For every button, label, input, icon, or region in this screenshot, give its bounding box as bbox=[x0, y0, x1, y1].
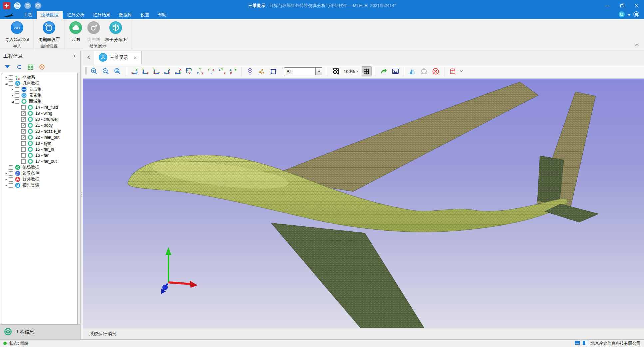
tree-item[interactable]: 流场数据 bbox=[2, 164, 77, 170]
tree-item-checkbox[interactable] bbox=[9, 177, 13, 182]
snapshot-button[interactable] bbox=[390, 66, 400, 76]
undo-icon[interactable] bbox=[24, 2, 31, 9]
tree-expand-icon[interactable]: ▸ bbox=[10, 88, 15, 91]
tree-item[interactable]: ▸红外数据 bbox=[2, 176, 77, 182]
tree-item-checkbox[interactable] bbox=[15, 87, 19, 92]
view-orientation-button-6[interactable]: ZYX bbox=[185, 67, 193, 76]
layout-split-icon[interactable] bbox=[583, 341, 588, 346]
tree-expand-icon[interactable]: ▸ bbox=[4, 184, 9, 187]
tree-item-checkbox[interactable] bbox=[15, 99, 19, 104]
project-info-dock-tab[interactable]: 工程信息 bbox=[0, 324, 80, 339]
tree-item[interactable]: ◢几何数据 bbox=[2, 80, 77, 86]
redo-icon[interactable] bbox=[35, 2, 41, 9]
panel-collapse-button[interactable] bbox=[72, 54, 77, 58]
help-book-icon[interactable] bbox=[633, 11, 639, 19]
ribbon-button[interactable]: 周期面设置 bbox=[36, 21, 62, 43]
tab-3d-display[interactable]: 三维显示 ✕ bbox=[94, 51, 142, 64]
tree-item[interactable]: ▸报告资源 bbox=[2, 182, 77, 188]
toolbar-grip[interactable] bbox=[85, 66, 87, 76]
tree-item-checkbox[interactable] bbox=[21, 117, 26, 122]
close-button[interactable] bbox=[629, 0, 644, 11]
tree-item[interactable]: 21 - body bbox=[2, 122, 77, 128]
ribbon-button[interactable]: 云图 bbox=[67, 21, 85, 43]
grid-view-icon[interactable] bbox=[28, 64, 33, 70]
tree-item-checkbox[interactable] bbox=[21, 153, 26, 158]
tree-item-checkbox[interactable] bbox=[21, 141, 26, 146]
ribbon-collapse-icon[interactable] bbox=[634, 42, 639, 48]
archive-button[interactable] bbox=[448, 66, 458, 76]
tree-item-checkbox[interactable] bbox=[21, 135, 26, 140]
tree-item[interactable]: 16 - far bbox=[2, 152, 77, 158]
opacity-checker-icon[interactable] bbox=[331, 66, 341, 76]
maximize-button[interactable] bbox=[615, 0, 629, 11]
tree-item-checkbox[interactable] bbox=[21, 111, 26, 116]
tree-item[interactable]: ▸元素集 bbox=[2, 92, 77, 98]
tree-item[interactable]: 17 - far_out bbox=[2, 158, 77, 164]
particle-trace-button[interactable] bbox=[257, 66, 267, 76]
menu-item[interactable]: 流场数据 bbox=[37, 11, 63, 19]
view-orientation-button-5[interactable]: XzY bbox=[174, 67, 182, 76]
tree-item-checkbox[interactable] bbox=[21, 129, 26, 134]
view-orientation-button-2[interactable]: Yzx bbox=[141, 67, 150, 76]
display-filter-combobox[interactable]: All bbox=[284, 67, 322, 75]
tab-scroll-left-button[interactable] bbox=[83, 55, 94, 60]
zoom-out-button[interactable] bbox=[101, 66, 111, 76]
app-icon[interactable] bbox=[3, 2, 10, 9]
new-file-icon[interactable] bbox=[14, 2, 21, 9]
menu-item[interactable]: 数据库 bbox=[115, 11, 136, 19]
list-view-icon[interactable] bbox=[16, 64, 22, 70]
tree-item-checkbox[interactable] bbox=[9, 171, 13, 176]
tree-item[interactable]: ▸节点集 bbox=[2, 86, 77, 92]
tree-expand-icon[interactable]: ▸ bbox=[4, 178, 9, 181]
tree-item-checkbox[interactable] bbox=[9, 165, 13, 170]
title-dropdown-caret-icon[interactable] bbox=[628, 14, 630, 16]
view-orientation-button-8[interactable]: Yxz bbox=[207, 67, 215, 76]
view-orientation-button-4[interactable]: YzX bbox=[163, 67, 171, 76]
tree-item[interactable]: ▸zx坐标系 bbox=[2, 74, 77, 80]
view-orientation-button-7[interactable]: Yzx bbox=[196, 67, 204, 76]
tab-close-icon[interactable]: ✕ bbox=[133, 56, 137, 60]
zoom-in-button[interactable] bbox=[89, 66, 99, 76]
menu-item[interactable]: 设置 bbox=[136, 11, 154, 19]
tree-expand-icon[interactable]: ◢ bbox=[10, 100, 15, 103]
menu-item[interactable]: 红外分析 bbox=[63, 11, 89, 19]
viewport-3d[interactable] bbox=[83, 79, 644, 328]
tree-expand-icon[interactable]: ▸ bbox=[10, 94, 15, 97]
cancel-button[interactable] bbox=[431, 66, 441, 76]
zoom-fit-button[interactable] bbox=[112, 66, 122, 76]
ribbon-button[interactable]: 粒子分布图 bbox=[103, 21, 129, 43]
menu-item[interactable]: 帮助 bbox=[154, 11, 171, 19]
view-orientation-button-10[interactable]: zxY bbox=[229, 67, 237, 76]
tree-item[interactable]: 23 - nozzle_in bbox=[2, 128, 77, 134]
probe-camera-button[interactable] bbox=[245, 66, 255, 76]
menu-item[interactable]: 红外结果 bbox=[89, 11, 115, 19]
ribbon-button[interactable]: 切面图 bbox=[85, 21, 103, 43]
tree-item[interactable]: 22 - inlet_out bbox=[2, 134, 77, 140]
tree-item-checkbox[interactable] bbox=[9, 183, 13, 188]
display-filter-value[interactable]: All bbox=[284, 67, 315, 75]
tree-item[interactable]: ◢面域集 bbox=[2, 98, 77, 104]
tree-item-checkbox[interactable] bbox=[9, 81, 13, 86]
locate-target-icon[interactable] bbox=[39, 64, 45, 70]
tree-item[interactable]: 14 - int_fluid bbox=[2, 104, 77, 110]
tree-item-checkbox[interactable] bbox=[9, 75, 13, 80]
export-view-button[interactable] bbox=[379, 66, 389, 76]
tree-item[interactable]: ▸边界条件 bbox=[2, 170, 77, 176]
tree-expand-icon[interactable]: ▸ bbox=[4, 172, 9, 175]
tree-expand-icon[interactable]: ◢ bbox=[4, 82, 9, 85]
grid-toggle-button[interactable] bbox=[362, 66, 372, 76]
view-orientation-button-3[interactable]: YXz bbox=[152, 67, 161, 76]
zoom-level-dropdown[interactable]: 100% bbox=[344, 69, 359, 74]
tree-item[interactable]: 20 - chuiwei bbox=[2, 116, 77, 122]
archive-dropdown-icon[interactable] bbox=[459, 68, 463, 74]
tree-item-checkbox[interactable] bbox=[21, 159, 26, 164]
filter-icon[interactable] bbox=[4, 64, 10, 70]
share-network-button[interactable] bbox=[419, 66, 429, 76]
tree-item[interactable]: 15 - far_in bbox=[2, 146, 77, 152]
tree-item-checkbox[interactable] bbox=[15, 93, 19, 98]
ribbon-button[interactable]: cas导入Cas/Dat bbox=[3, 21, 32, 43]
display-filter-dropdown-button[interactable] bbox=[315, 67, 322, 75]
menu-item[interactable]: 工程 bbox=[19, 11, 37, 19]
theme-icon[interactable] bbox=[619, 11, 625, 19]
tree-expand-icon[interactable]: ▸ bbox=[4, 76, 9, 79]
